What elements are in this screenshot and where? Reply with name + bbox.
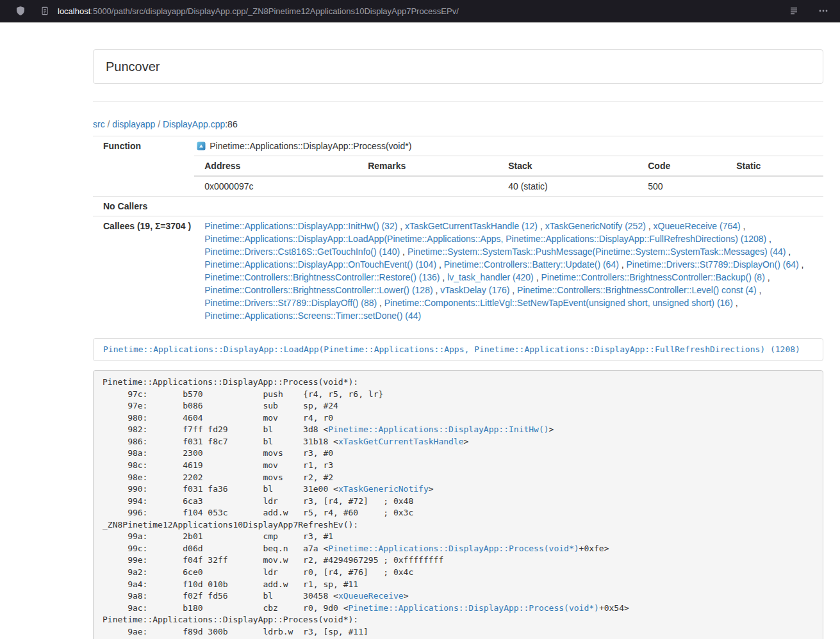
callee-link[interactable]: Pinetime::Drivers::Cst816S::GetTouchInfo…: [204, 247, 400, 257]
disassembly-text: Pinetime::Applications::DisplayApp::Proc…: [103, 377, 358, 387]
callee-link[interactable]: Pinetime::Applications::DisplayApp::OnTo…: [204, 259, 436, 270]
disassembly-line: 9ac: b180 cbz r0, 9d0 <Pinetime::Applica…: [103, 603, 814, 615]
disassembly-line: Pinetime::Applications::DisplayApp::Proc…: [103, 614, 814, 626]
callee-link[interactable]: Pinetime::Applications::DisplayApp::Init…: [204, 221, 397, 231]
no-callers-row: No Callers: [93, 197, 823, 216]
disassembly-line: 9a4: f10d 010b add.w r1, sp, #11: [103, 579, 814, 591]
disassembly-symbol-link[interactable]: xTaskGetCurrentTaskHandle: [338, 437, 464, 446]
callee-link[interactable]: Pinetime::Drivers::St7789::DisplayOn() (…: [627, 259, 799, 270]
disassembly-line: Pinetime::Applications::DisplayApp::Proc…: [103, 376, 814, 389]
callee-link[interactable]: Pinetime::Applications::Screens::Timer::…: [204, 311, 421, 321]
page-body: Puncover src / displayapp / DisplayApp.c…: [0, 22, 840, 639]
callee-separator: ,: [509, 285, 517, 295]
callee-separator: ,: [538, 221, 545, 231]
callee-link[interactable]: Pinetime::Components::LittleVgl::SetNewT…: [384, 298, 733, 308]
breadcrumb-link[interactable]: displayapp: [112, 119, 155, 129]
disassembly-block: Pinetime::Applications::DisplayApp::Proc…: [93, 370, 823, 639]
disassembly-text: 98a: 2300 movs r3, #0: [103, 448, 333, 458]
disassembly-symbol-link[interactable]: xQueueReceive: [338, 591, 404, 601]
callee-link[interactable]: vTaskDelay (176): [440, 285, 509, 295]
page-title: Puncover: [106, 60, 811, 74]
callee-separator: ,: [619, 259, 627, 270]
breadcrumb-link[interactable]: src: [93, 119, 105, 129]
cell-stack: 40 (static): [498, 176, 638, 196]
callee-link[interactable]: Pinetime::Applications::DisplayApp::Load…: [204, 234, 766, 244]
callee-separator: ,: [766, 234, 771, 244]
disassembly-text: 99a: 2b01 cmp r3, #1: [103, 531, 333, 541]
disassembly-text: 9a4: f10d 010b add.w r1, sp, #11: [103, 579, 358, 589]
function-row-label: Function: [93, 136, 194, 197]
disassembly-text: 996: f104 053c add.w r5, r4, #60 ; 0x3c: [103, 508, 413, 517]
callee-link[interactable]: lv_task_handler (420): [447, 272, 534, 282]
breadcrumb-link[interactable]: DisplayApp.cpp: [163, 119, 225, 129]
disassembly-text: 9a2: 6ce0 ldr r0, [r4, #76] ; 0x4c: [103, 567, 413, 577]
disassembly-text: 99c: d06d beq.n a7a <: [103, 544, 328, 553]
disassembly-line: 982: f7ff fd29 bl 3d8 <Pinetime::Applica…: [103, 424, 814, 436]
function-details-table: Address Remarks Stack Code Static 0x0000…: [194, 156, 823, 196]
disassembly-symbol-link[interactable]: xTaskGenericNotify: [338, 484, 429, 494]
disassembly-line: 986: f031 f8c7 bl 31b18 <xTaskGetCurrent…: [103, 436, 814, 448]
callee-separator: ,: [646, 221, 654, 231]
callee-link[interactable]: xTaskGetCurrentTaskHandle (12): [405, 221, 538, 231]
disassembly-text: 99e: f04f 32ff mov.w r2, #4294967295 ; 0…: [103, 555, 443, 565]
menu-dots-icon[interactable]: [816, 3, 831, 19]
function-row: Function Pinetime::Applications::Display…: [93, 136, 823, 197]
function-signature: Pinetime::Applications::DisplayApp::Proc…: [210, 140, 411, 152]
callee-link[interactable]: Pinetime::Controllers::BrightnessControl…: [204, 272, 440, 282]
col-code: Code: [638, 156, 726, 177]
callee-separator: ,: [440, 272, 447, 282]
browser-toolbar: localhost:5000/path/src/displayapp/Displ…: [0, 0, 840, 22]
disassembly-text: _ZN8Pinetime12Applications10DisplayApp7R…: [103, 520, 358, 530]
callee-separator: ,: [786, 247, 791, 257]
reader-mode-icon[interactable]: [786, 3, 802, 19]
page-info-icon[interactable]: [37, 3, 53, 19]
disassembly-symbol-link[interactable]: Pinetime::Applications::DisplayApp::Proc…: [328, 544, 579, 553]
callee-separator: ,: [436, 259, 444, 270]
callee-link[interactable]: xQueueReceive (764): [654, 221, 741, 231]
callee-link[interactable]: Pinetime::Controllers::BrightnessControl…: [517, 285, 756, 295]
breadcrumb: src / displayapp / DisplayApp.cpp:86: [93, 118, 823, 131]
callee-link[interactable]: Pinetime::Controllers::BrightnessControl…: [204, 285, 432, 295]
col-remarks: Remarks: [358, 156, 498, 177]
function-type-icon: [197, 142, 206, 150]
disassembly-line: 996: f104 053c add.w r5, r4, #60 ; 0x3c: [103, 507, 814, 519]
callee-separator: ,: [433, 285, 441, 295]
callee-link[interactable]: xTaskGenericNotify (252): [545, 221, 646, 231]
col-static: Static: [726, 156, 823, 177]
callees-list: Pinetime::Applications::DisplayApp::Init…: [194, 216, 823, 326]
col-stack: Stack: [498, 156, 638, 177]
disassembly-symbol-link[interactable]: Pinetime::Applications::DisplayApp::Init…: [328, 425, 548, 434]
disassembly-line: 97c: b570 push {r4, r5, r6, lr}: [103, 389, 814, 401]
disassembly-text: 994: 6ca3 ldr r3, [r4, #72] ; 0x48: [103, 496, 413, 506]
disassembly-line: 9a2: 6ce0 ldr r0, [r4, #76] ; 0x4c: [103, 567, 814, 579]
address-bar[interactable]: localhost:5000/path/src/displayapp/Displ…: [58, 6, 459, 16]
callee-link[interactable]: Pinetime::Controllers::Battery::Update()…: [444, 259, 619, 270]
disassembly-text: +0x54>: [599, 603, 629, 613]
disassembly-text: >: [404, 591, 409, 601]
callee-link[interactable]: Pinetime::System::SystemTask::PushMessag…: [408, 247, 786, 257]
disassembly-line: 9a8: f02f fd56 bl 30458 <xQueueReceive>: [103, 590, 814, 603]
url-path: :5000/path/src/displayapp/DisplayApp.cpp…: [90, 6, 459, 16]
callee-link[interactable]: Pinetime::Controllers::BrightnessControl…: [541, 272, 764, 282]
breadcrumb-separator: /: [105, 119, 113, 129]
disassembly-text: +0xfe>: [579, 544, 609, 553]
disassembly-text: 986: f031 f8c7 bl 31b18 <: [103, 437, 338, 446]
callee-separator: ,: [741, 221, 746, 231]
breadcrumb-separator: /: [155, 119, 163, 129]
callee-link[interactable]: Pinetime::Drivers::St7789::DisplayOff() …: [204, 298, 377, 308]
callee-separator: ,: [799, 259, 804, 270]
disassembly-text: >: [549, 425, 554, 434]
details-value-row: 0x0000097c 40 (static) 500: [194, 176, 823, 196]
divider: [93, 101, 823, 102]
cell-remarks: [358, 176, 498, 196]
selected-callee-link[interactable]: Pinetime::Applications::DisplayApp::Load…: [103, 344, 800, 354]
disassembly-line: 994: 6ca3 ldr r3, [r4, #72] ; 0x48: [103, 496, 814, 508]
url-domain: localhost: [58, 6, 90, 16]
disassembly-text: 97e: b086 sub sp, #24: [103, 401, 338, 410]
shield-icon[interactable]: [13, 3, 28, 19]
col-address: Address: [194, 156, 358, 177]
disassembly-symbol-link[interactable]: Pinetime::Applications::DisplayApp::Proc…: [349, 603, 599, 613]
no-callers-label: No Callers: [93, 197, 194, 216]
disassembly-text: 98c: 4619 mov r1, r3: [103, 460, 333, 470]
disassembly-line: 980: 4604 mov r4, r0: [103, 412, 814, 425]
